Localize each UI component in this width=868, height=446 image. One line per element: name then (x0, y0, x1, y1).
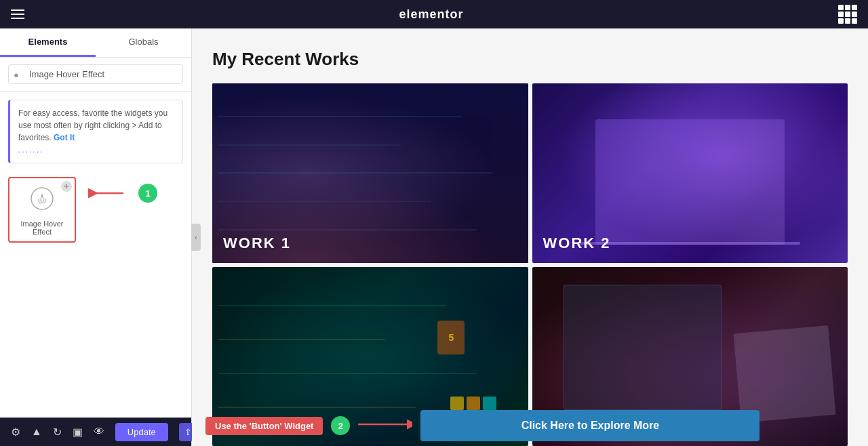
tab-elements[interactable]: Elements (0, 28, 96, 57)
preview-icon[interactable]: 👁 (94, 426, 104, 438)
bottom-annotation-bar: Use the 'Button' Widget 2 Click Here to … (192, 405, 868, 446)
annotation-arrow-right (358, 419, 412, 432)
widget-icon (30, 186, 54, 216)
history-icon[interactable]: ↻ (53, 426, 62, 439)
top-bar: elementor (0, 0, 868, 28)
tab-globals[interactable]: Globals (96, 28, 191, 57)
svg-point-0 (31, 188, 53, 209)
arrow-left-icon (84, 188, 125, 199)
tip-box: For easy access, favorite the widgets yo… (8, 100, 183, 163)
work2-label: WORK 2 (543, 235, 611, 252)
page-title: My Recent Works (212, 49, 848, 70)
responsive-icon[interactable]: ▣ (73, 426, 83, 439)
work-item-1[interactable]: WORK 1 (212, 83, 528, 263)
search-bar: ● (0, 58, 191, 92)
tip-text: For easy access, favorite the widgets yo… (18, 108, 167, 142)
work-item-2[interactable]: WORK 2 (532, 83, 848, 263)
search-input[interactable] (8, 64, 183, 84)
grid-icon[interactable] (838, 5, 857, 24)
sidebar: Elements Globals ● For easy access, favo… (0, 28, 192, 446)
canvas-area: My Recent Works WORK 1 (192, 28, 868, 446)
settings-icon[interactable]: ⚙ (11, 426, 20, 439)
button-widget-annotation: Use the 'Button' Widget (205, 417, 323, 435)
annotation-badge-1: 1 (138, 184, 157, 203)
main-layout: Elements Globals ● For easy access, favo… (0, 28, 868, 446)
bottom-toolbar: ⚙ ▲ ↻ ▣ 👁 Update ⇧ (0, 418, 191, 446)
widget-card-image-hover[interactable]: ✛ Image Hover Effect (8, 177, 76, 243)
elementor-logo: elementor (399, 7, 463, 22)
widget-area: ✛ Image Hover Effect (0, 171, 191, 418)
got-it-link[interactable]: Got It (54, 133, 75, 142)
hamburger-menu[interactable] (11, 9, 24, 19)
cta-button[interactable]: Click Here to Explore More (420, 410, 760, 441)
svg-point-1 (41, 195, 43, 197)
collapse-sidebar-handle[interactable]: ‹ (191, 224, 201, 251)
work1-label: WORK 1 (223, 235, 291, 252)
tip-dots: ....... (18, 145, 43, 155)
layers-icon[interactable]: ▲ (31, 426, 42, 438)
sidebar-tabs: Elements Globals (0, 28, 191, 58)
search-icon: ● (14, 69, 19, 79)
widget-annotation: 1 (81, 184, 157, 203)
update-button[interactable]: Update (115, 423, 168, 441)
works-grid: WORK 1 WORK 2 (212, 83, 848, 446)
annotation-badge-2: 2 (331, 416, 350, 435)
widget-corner-icon: ✛ (61, 181, 72, 192)
widget-card-label: Image Hover Effect (15, 220, 69, 236)
